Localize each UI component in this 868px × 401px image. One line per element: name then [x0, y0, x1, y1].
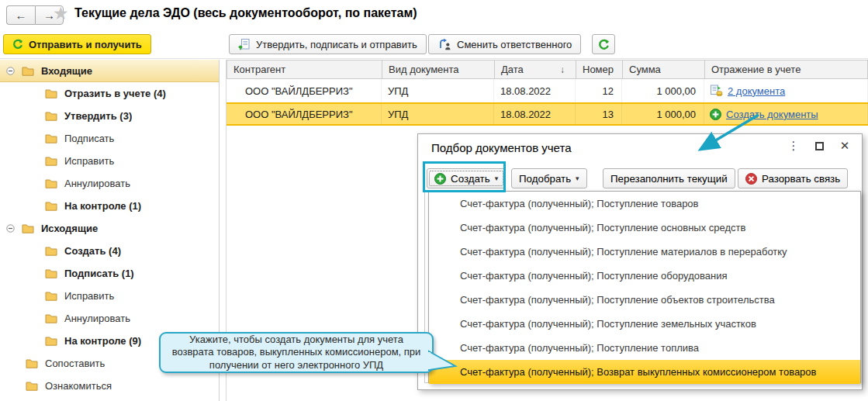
menu-item[interactable]: Счет-фактура (полученный); Поступление т… [429, 192, 860, 216]
menu-item[interactable]: Счет-фактура (полученный); Поступление т… [429, 336, 860, 360]
menu-item[interactable]: Счет-фактура (полученный); Поступление о… [429, 264, 860, 288]
menu-item-highlighted[interactable]: Счет-фактура (полученный); Возврат выкуп… [429, 360, 860, 384]
sidebar-item-sign[interactable]: Подписать [0, 127, 219, 150]
folder-icon [22, 223, 34, 233]
chevron-down-icon: ▾ [495, 175, 499, 182]
sidebar-item-reflect-in-accounting[interactable]: Отразить в учете (4) [0, 82, 219, 105]
folder-icon [45, 291, 57, 301]
chevron-down-icon: ▾ [576, 175, 579, 182]
sidebar-item-approve[interactable]: Утвердить (3) [0, 105, 219, 127]
create-label: Создать [451, 173, 490, 185]
favorite-star-icon[interactable]: ★ [53, 5, 69, 22]
column-header-doc-type[interactable]: Вид документа [382, 60, 495, 78]
sidebar-item-sign-out[interactable]: Подписать (1) [0, 262, 219, 285]
dialog-window-controls: ⋮ ✕ [787, 139, 851, 153]
back-button[interactable]: ← [6, 5, 35, 25]
tooltip-text: Укажите, чтобы создать документы для уче… [168, 334, 424, 372]
sort-desc-icon: ↓ [560, 64, 565, 75]
break-link-icon [745, 173, 757, 185]
menu-item[interactable]: Счет-фактура (полученный); Поступление м… [429, 240, 860, 264]
column-header-amount[interactable]: Сумма [623, 60, 705, 78]
refill-current-button[interactable]: Перезаполнить текущий [603, 168, 735, 188]
column-header-contractor[interactable]: Контрагент [227, 60, 382, 78]
folder-icon [45, 268, 57, 278]
folder-icon [26, 381, 38, 391]
command-bar: Отправить и получить Утвердить, подписат… [0, 29, 868, 59]
menu-item[interactable]: Счет-фактура (полученный); Поступление о… [429, 288, 860, 312]
folder-icon [45, 201, 57, 211]
folder-icon [26, 358, 38, 368]
back-icon: ← [16, 9, 27, 22]
column-header-number[interactable]: Номер [576, 60, 623, 78]
table-row-selected[interactable]: ООО "ВАЙЛДБЕРРИЗ" УПД 18.08.2022 13 1 00… [227, 102, 868, 126]
send-receive-label: Отправить и получить [29, 39, 142, 50]
sidebar-item-create[interactable]: Создать (4) [0, 240, 219, 262]
sidebar-item-outgoing[interactable]: Исходящие [0, 217, 219, 240]
cell-number: 13 [576, 104, 622, 124]
refresh-icon [12, 39, 23, 50]
sidebar-item-on-control-in[interactable]: На контроле (1) [0, 195, 219, 217]
cell-reflection: Создать документы [704, 104, 868, 124]
refresh-list-button[interactable] [592, 34, 615, 54]
dialog-title: Подбор документов учета [431, 141, 571, 154]
approve-sign-send-button[interactable]: Утвердить, подписать и отправить [229, 34, 427, 54]
folder-icon [45, 336, 57, 346]
column-header-reflection[interactable]: Отражение в учете [705, 60, 867, 78]
create-documents-link[interactable]: Создать документы [726, 109, 818, 120]
approve-sign-send-label: Утвердить, подписать и отправить [256, 39, 417, 50]
menu-item[interactable]: Счет-фактура (полученный); Поступление з… [429, 312, 860, 336]
sidebar-item-acknowledge[interactable]: Ознакомиться [0, 375, 219, 397]
plus-circle-icon [710, 109, 721, 120]
collapse-icon[interactable] [6, 224, 15, 233]
cell-amount: 1 000,00 [622, 79, 704, 102]
create-button[interactable]: Создать ▾ [427, 168, 506, 188]
document-coins-icon [710, 85, 723, 97]
change-responsible-icon [437, 38, 451, 50]
maximize-icon[interactable] [813, 139, 825, 153]
folder-icon [45, 178, 57, 188]
change-responsible-label: Сменить ответственного [457, 39, 572, 50]
cell-contractor: ООО "ВАЙЛДБЕРРИЗ" [227, 79, 382, 102]
document-sign-icon [238, 38, 251, 50]
sidebar-item-fix[interactable]: Исправить [0, 150, 219, 172]
more-icon[interactable]: ⋮ [787, 139, 800, 153]
table-row[interactable]: ООО "ВАЙЛДБЕРРИЗ" УПД 18.08.2022 12 1 00… [227, 79, 868, 102]
sidebar-item-annul-out[interactable]: Аннулировать [0, 307, 219, 330]
documents-link[interactable]: 2 документа [728, 85, 785, 97]
collapse-icon[interactable] [6, 67, 15, 75]
refill-label: Перезаполнить текущий [610, 173, 728, 185]
refresh-icon [598, 39, 610, 50]
plus-circle-icon [434, 173, 446, 185]
menu-item[interactable]: Счет-фактура (полученный); Поступление о… [429, 216, 860, 240]
folder-icon [45, 133, 57, 143]
folder-icon [22, 66, 34, 76]
folder-icon [45, 246, 57, 256]
pick-label: Подобрать [519, 173, 571, 185]
pick-button[interactable]: Подобрать ▾ [511, 168, 587, 188]
sidebar-item-incoming[interactable]: Входящие [0, 60, 219, 82]
change-responsible-button[interactable]: Сменить ответственного [428, 34, 581, 54]
cell-amount: 1 000,00 [622, 104, 704, 124]
create-dropdown-menu: Счет-фактура (полученный); Поступление т… [428, 191, 861, 383]
folder-icon [45, 88, 57, 99]
page-title: Текущие дела ЭДО (весь документооборот, … [74, 6, 417, 20]
cell-doc-type: УПД [382, 104, 494, 124]
cell-number: 12 [576, 79, 622, 102]
cell-date: 18.08.2022 [494, 104, 576, 124]
break-link-label: Разорвать связь [762, 173, 840, 185]
tooltip-callout: Укажите, чтобы создать документы для уче… [159, 332, 434, 373]
table-header: Контрагент Вид документа Дата↓ Номер Сум… [227, 60, 868, 79]
column-header-date[interactable]: Дата↓ [495, 60, 576, 78]
break-link-button[interactable]: Разорвать связь [738, 168, 848, 188]
cell-date: 18.08.2022 [494, 79, 576, 102]
folder-icon [45, 313, 57, 323]
close-icon[interactable]: ✕ [839, 139, 851, 153]
send-receive-button[interactable]: Отправить и получить [3, 34, 151, 54]
cell-reflection: 2 документа [704, 79, 868, 102]
folder-icon [45, 111, 57, 121]
folder-icon [45, 156, 57, 166]
cell-doc-type: УПД [382, 79, 494, 102]
sidebar-item-fix-out[interactable]: Исправить [0, 285, 219, 307]
sidebar-item-annul[interactable]: Аннулировать [0, 172, 219, 195]
cell-contractor: ООО "ВАЙЛДБЕРРИЗ" [227, 104, 382, 124]
